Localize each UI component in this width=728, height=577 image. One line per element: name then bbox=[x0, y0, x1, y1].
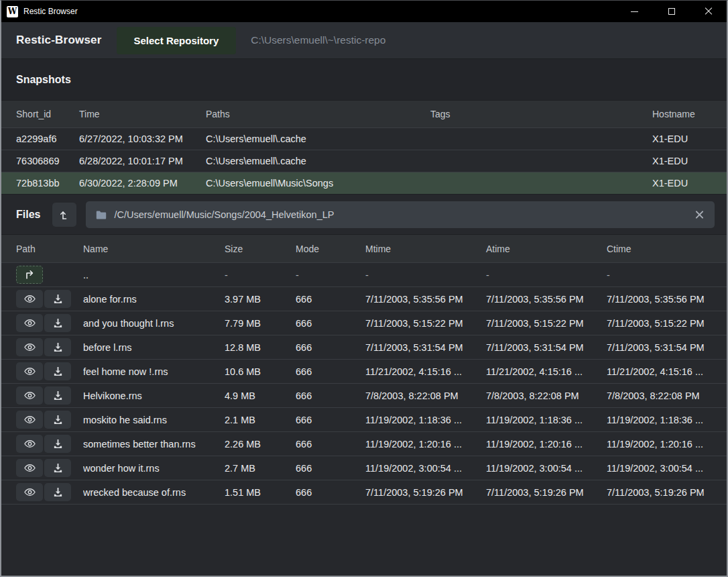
file-name: alone for.rns bbox=[83, 294, 225, 305]
file-size: 3.97 MB bbox=[225, 294, 296, 305]
file-mode: 666 bbox=[296, 415, 365, 425]
snapshots-table-header: Short_id Time Paths Tags Hostname bbox=[1, 101, 727, 127]
clear-path-button[interactable] bbox=[694, 209, 705, 220]
download-file-button[interactable] bbox=[44, 386, 71, 405]
view-file-button[interactable] bbox=[16, 435, 43, 453]
file-mode: - bbox=[296, 270, 365, 280]
minimize-icon bbox=[631, 11, 638, 12]
file-atime: 7/11/2003, 5:31:54 PM bbox=[486, 342, 607, 353]
snapshot-short-id: 72b813bb bbox=[16, 178, 79, 189]
download-icon bbox=[52, 293, 64, 305]
folder-icon bbox=[95, 209, 107, 221]
eye-icon bbox=[23, 293, 36, 305]
file-ctime: 7/11/2003, 5:19:26 PM bbox=[607, 487, 712, 498]
download-file-button[interactable] bbox=[44, 483, 71, 501]
download-icon bbox=[52, 414, 64, 425]
snapshot-short-id: a2299af6 bbox=[16, 134, 79, 144]
file-size: 12.8 MB bbox=[225, 342, 296, 353]
file-mode: 666 bbox=[296, 366, 365, 377]
file-mode: 666 bbox=[296, 487, 365, 498]
view-file-button[interactable] bbox=[16, 386, 43, 405]
file-size: 2.1 MB bbox=[225, 415, 296, 425]
download-file-button[interactable] bbox=[44, 338, 71, 356]
snapshot-hostname: X1-EDU bbox=[652, 178, 712, 189]
file-row: alone for.rns 3.97 MB 666 7/11/2003, 5:3… bbox=[1, 286, 727, 311]
close-button[interactable] bbox=[690, 1, 727, 22]
view-file-button[interactable] bbox=[16, 290, 43, 308]
col-name: Name bbox=[83, 244, 225, 254]
file-size: 4.9 MB bbox=[225, 390, 296, 401]
go-up-level-button[interactable] bbox=[52, 203, 76, 227]
snapshots-table-body: a2299af6 6/27/2022, 10:03:32 PM C:\Users… bbox=[1, 127, 727, 195]
file-mode: 666 bbox=[296, 439, 365, 450]
snapshot-paths: C:\Users\emuell\.cache bbox=[206, 156, 430, 166]
files-toolbar: Files /C/Users/emuell/Music/Songs/2004_H… bbox=[1, 195, 727, 234]
snapshot-short-id: 76306869 bbox=[16, 156, 79, 166]
file-atime: 11/19/2002, 1:20:16 ... bbox=[486, 439, 607, 450]
view-file-button[interactable] bbox=[16, 338, 43, 356]
download-icon bbox=[52, 390, 64, 401]
snapshot-hostname: X1-EDU bbox=[652, 134, 712, 144]
clear-path-icon bbox=[695, 210, 704, 219]
file-ctime: 7/8/2003, 8:22:08 PM bbox=[607, 390, 712, 401]
download-file-button[interactable] bbox=[44, 435, 71, 453]
download-file-button[interactable] bbox=[44, 314, 71, 332]
snapshot-row[interactable]: 76306869 6/28/2022, 10:01:17 PM C:\Users… bbox=[1, 150, 727, 172]
window-title: Restic Browser bbox=[23, 7, 78, 16]
file-mode: 666 bbox=[296, 318, 365, 329]
view-file-button[interactable] bbox=[16, 362, 43, 380]
file-size: - bbox=[225, 270, 296, 280]
eye-icon bbox=[23, 413, 36, 426]
up-level-icon bbox=[58, 209, 70, 221]
file-size: 1.51 MB bbox=[225, 487, 296, 498]
download-file-button[interactable] bbox=[44, 362, 71, 380]
col-atime: Atime bbox=[486, 244, 607, 254]
window-controls bbox=[616, 1, 727, 22]
download-file-button[interactable] bbox=[44, 459, 71, 477]
snapshot-paths: C:\Users\emuell\Music\Songs bbox=[206, 178, 430, 189]
file-row: sometimes better than.rns 2.26 MB 666 11… bbox=[1, 431, 727, 456]
repository-path: C:\Users\emuell\~\restic-repo bbox=[251, 34, 385, 46]
snapshot-time: 6/30/2022, 2:28:09 PM bbox=[79, 178, 206, 189]
col-tags: Tags bbox=[430, 109, 652, 119]
file-name: moskito he said.rns bbox=[83, 415, 225, 425]
view-file-button[interactable] bbox=[16, 459, 43, 477]
file-mtime: 11/19/2002, 3:00:54 ... bbox=[365, 463, 486, 474]
file-ctime: - bbox=[607, 270, 712, 280]
snapshot-row-selected[interactable]: 72b813bb 6/30/2022, 2:28:09 PM C:\Users\… bbox=[1, 172, 727, 194]
download-icon bbox=[52, 462, 64, 474]
download-file-button[interactable] bbox=[44, 290, 71, 308]
file-ctime: 11/21/2002, 4:15:16 ... bbox=[607, 366, 712, 377]
file-size: 7.79 MB bbox=[225, 318, 296, 329]
view-file-button[interactable] bbox=[16, 483, 43, 501]
view-file-button[interactable] bbox=[16, 411, 43, 429]
maximize-icon bbox=[668, 8, 675, 15]
file-atime: 7/11/2003, 5:19:26 PM bbox=[486, 487, 607, 498]
snapshot-time: 6/27/2022, 10:03:32 PM bbox=[79, 134, 206, 144]
file-name: feel home now !.rns bbox=[83, 366, 225, 377]
close-icon bbox=[705, 7, 713, 15]
app-logo-icon: W bbox=[7, 6, 18, 17]
select-repository-button[interactable]: Select Repository bbox=[117, 27, 237, 54]
file-mtime: 7/11/2003, 5:15:22 PM bbox=[365, 318, 486, 329]
file-atime: 7/8/2003, 8:22:08 PM bbox=[486, 390, 607, 401]
enter-parent-directory-button[interactable] bbox=[16, 266, 43, 284]
restic-browser-window: { "window": { "logo_text": "W", "title":… bbox=[0, 0, 728, 577]
maximize-button[interactable] bbox=[653, 1, 690, 22]
file-ctime: 7/11/2003, 5:35:56 PM bbox=[607, 294, 712, 305]
eye-icon bbox=[23, 437, 36, 450]
file-name: .. bbox=[83, 270, 225, 280]
download-file-button[interactable] bbox=[44, 411, 71, 429]
file-size: 2.26 MB bbox=[225, 439, 296, 450]
snapshot-row[interactable]: a2299af6 6/27/2022, 10:03:32 PM C:\Users… bbox=[1, 127, 727, 150]
minimize-button[interactable] bbox=[616, 1, 653, 22]
download-icon bbox=[52, 486, 64, 498]
eye-icon bbox=[23, 462, 36, 474]
files-path-bar[interactable]: /C/Users/emuell/Music/Songs/2004_Helveti… bbox=[86, 201, 715, 228]
view-file-button[interactable] bbox=[16, 314, 43, 332]
eye-icon bbox=[23, 341, 36, 354]
enter-directory-icon bbox=[23, 269, 36, 281]
file-mtime: 7/11/2003, 5:35:56 PM bbox=[365, 294, 486, 305]
file-mtime: - bbox=[365, 270, 486, 280]
file-atime: 11/19/2002, 1:18:36 ... bbox=[486, 415, 607, 425]
